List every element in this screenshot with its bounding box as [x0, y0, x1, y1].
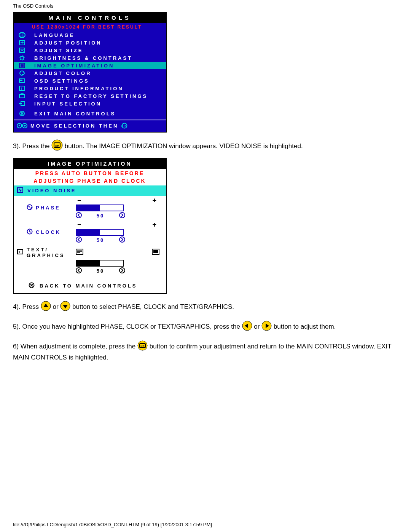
text-graphics-slider-row: 50: [14, 259, 166, 275]
osd-main-title: MAIN CONTROLS: [14, 13, 166, 23]
menu-label: IMAGE OPTIMIZATION: [27, 63, 114, 69]
menu-label: OSD SETTINGS: [27, 78, 89, 84]
menu-item-adjust-color[interactable]: ADJUST COLOR: [14, 69, 166, 77]
osd-opt-warn2: ADJUSTING PHASE AND CLOCK: [14, 176, 166, 185]
menu-label: RESET TO FACTORY SETTINGS: [27, 93, 148, 99]
right-arrow-icon[interactable]: [119, 236, 125, 244]
position-icon: [17, 40, 27, 46]
svg-point-3: [21, 57, 24, 59]
opt-back-to-main[interactable]: BACK TO MAIN CONTROLS: [14, 278, 166, 293]
left-arrow-icon[interactable]: [76, 212, 82, 219]
osd-main-warning: USE 1280x1024 FOR BEST RESULT: [14, 23, 166, 31]
menu-label: LANGUAGE: [27, 32, 75, 38]
svg-point-25: [76, 212, 81, 218]
menu-item-brightness-contrast[interactable]: BRIGHTNESS & CONTRAST: [14, 54, 166, 62]
svg-text:OK: OK: [55, 144, 59, 147]
svg-point-7: [22, 72, 22, 72]
menu-item-product-information[interactable]: i PRODUCT INFORMATION: [14, 85, 166, 92]
step-text: 5). Once you have highlighted PHASE, CLO…: [13, 323, 242, 330]
info-icon: i: [17, 85, 27, 91]
brightness-icon: [17, 55, 27, 61]
svg-text:OK: OK: [140, 345, 145, 347]
up-down-icon: [17, 123, 27, 129]
opt-label: TEXT/ GRAPHICS: [27, 247, 76, 258]
svg-point-29: [119, 237, 125, 242]
clock-slider[interactable]: −+ 50: [76, 221, 159, 244]
step-text: button to adjust them.: [274, 323, 336, 330]
step-text: 6) When adjustment is complete, press th…: [13, 343, 137, 350]
step-3: 3). Press the OK button. The IMAGE OPTIM…: [13, 139, 398, 153]
step-text: or: [254, 323, 261, 330]
osd-main-controls: MAIN CONTROLS USE 1280x1024 FOR BEST RES…: [13, 12, 167, 133]
up-button-icon: [41, 301, 51, 314]
step-5: 5). Once you have highlighted PHASE, CLO…: [13, 321, 398, 334]
ok-circle-icon: OK: [121, 123, 127, 129]
opt-label: VIDEO NOISE: [27, 188, 76, 193]
svg-point-26: [119, 212, 125, 218]
step-text: or: [53, 303, 61, 310]
left-arrow-icon[interactable]: [76, 267, 82, 275]
svg-text:T: T: [18, 250, 22, 254]
menu-label: INPUT SELECTION: [27, 101, 102, 107]
slider-value: 50: [97, 237, 104, 243]
menu-item-exit[interactable]: EXIT MAIN CONTROLS: [14, 110, 166, 117]
menu-item-input-selection[interactable]: INPUT SELECTION: [14, 100, 166, 107]
menu-item-adjust-size[interactable]: ADJUST SIZE: [14, 46, 166, 54]
svg-text:i: i: [21, 86, 24, 91]
reset-icon: [17, 93, 27, 99]
graphics-mode-icon[interactable]: [152, 249, 159, 256]
menu-item-image-optimization[interactable]: IMAGE OPTIMIZATION: [14, 62, 166, 69]
video-noise-icon: [17, 187, 24, 194]
slider-bar: [76, 260, 124, 267]
minus-icon: −: [77, 221, 83, 229]
step-text: 4). Press: [13, 303, 39, 310]
slider-bar: [76, 229, 124, 236]
menu-item-adjust-position[interactable]: ADJUST POSITION: [14, 39, 166, 46]
menu-label: ADJUST COLOR: [27, 70, 92, 76]
svg-rect-5: [21, 64, 24, 67]
opt-item-clock[interactable]: CLOCK −+ 50: [14, 220, 166, 244]
svg-point-36: [119, 268, 125, 273]
text-graphics-slider[interactable]: 50: [76, 260, 159, 275]
size-icon: [17, 47, 27, 53]
osd-settings-icon: [17, 78, 27, 84]
svg-rect-13: [19, 94, 25, 98]
plus-icon: +: [152, 221, 158, 229]
page-footer-path: file:///D|/Philips LCD/english/170B/OSD/…: [13, 522, 212, 527]
step-6: 6) When adjustment is complete, press th…: [13, 340, 398, 362]
back-label: BACK TO MAIN CONTROLS: [40, 283, 137, 289]
menu-item-osd-settings[interactable]: OSD SETTINGS: [14, 77, 166, 85]
globe-icon: [17, 32, 27, 38]
right-arrow-icon[interactable]: [119, 212, 125, 219]
menu-item-language[interactable]: LANGUAGE: [14, 31, 166, 39]
left-arrow-icon[interactable]: [76, 236, 82, 244]
osd-opt-title: IMAGE OPTIMIZATION: [14, 159, 166, 169]
menu-item-reset-factory[interactable]: RESET TO FACTORY SETTINGS: [14, 92, 166, 100]
svg-point-35: [76, 268, 81, 273]
svg-point-8: [23, 72, 24, 73]
down-button-icon: [60, 301, 70, 314]
input-icon: [17, 101, 27, 107]
opt-item-text-graphics[interactable]: T TEXT/ GRAPHICS: [14, 244, 166, 259]
clock-icon: [27, 228, 33, 236]
phase-icon: [27, 204, 33, 211]
back-icon: [28, 282, 35, 289]
minus-icon: −: [77, 197, 83, 204]
osd-opt-warn1: PRESS AUTO BUTTON BEFORE: [14, 169, 166, 176]
plus-icon: +: [152, 197, 158, 204]
text-mode-icon[interactable]: [76, 249, 83, 256]
right-arrow-icon[interactable]: [119, 267, 125, 275]
svg-rect-32: [76, 249, 83, 254]
opt-item-video-noise[interactable]: VIDEO NOISE: [14, 185, 166, 196]
svg-rect-10: [20, 80, 22, 81]
slider-value: 50: [97, 213, 104, 219]
step-text: button. The IMAGE OPTIMIZATION window ap…: [65, 142, 303, 150]
svg-rect-34: [153, 250, 158, 253]
phase-slider[interactable]: −+ 50: [76, 197, 159, 219]
step-text: 3). Press the: [13, 142, 51, 150]
svg-point-6: [21, 72, 21, 73]
opt-item-phase[interactable]: PHASE −+ 50: [14, 196, 166, 220]
ok-button-icon: OK: [51, 139, 63, 153]
opt-label: CLOCK: [36, 229, 61, 235]
slider-value: 50: [97, 268, 104, 274]
